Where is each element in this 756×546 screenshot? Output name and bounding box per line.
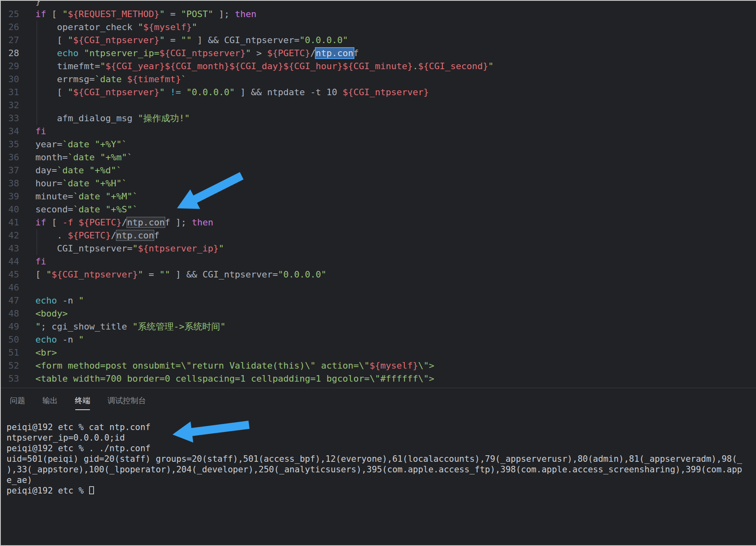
code-line[interactable]: 53<table width=700 border=0 cellspacing=… xyxy=(1,372,756,385)
line-number: 40 xyxy=(1,203,19,216)
code-line[interactable]: 46 xyxy=(1,281,756,294)
code-line[interactable]: 42 . ${PGETC}/ntp.conf xyxy=(1,229,756,242)
code-token: " xyxy=(246,48,251,58)
code-line[interactable]: 43 CGI_ntpserver="${ntpserver_ip}" xyxy=(1,242,756,255)
code-token: ${PGETC} xyxy=(79,217,122,227)
code-token: if xyxy=(35,217,46,227)
code-line[interactable]: 30 errmsg=`date ${timefmt}` xyxy=(1,73,756,86)
tab-problems[interactable]: 问题 xyxy=(10,388,25,413)
tab-terminal[interactable]: 终端 xyxy=(75,388,90,413)
code-token: "" xyxy=(160,269,170,280)
code-token: \"> xyxy=(418,360,434,371)
code-token: ${timefmt} xyxy=(127,74,181,84)
code-token: CGI_ntpserver= xyxy=(35,243,132,253)
code-token: " xyxy=(160,9,165,19)
code-text: timefmt="${CGI_year}${CGI_month}${CGI_da… xyxy=(19,60,494,73)
line-number: 41 xyxy=(1,216,19,229)
code-line[interactable]: 39minute=`date "+%M"` xyxy=(1,190,756,203)
code-line[interactable]: 27 [ "${CGI_ntpserver}" = "" ] && CGI_nt… xyxy=(1,34,756,47)
terminal-prompt-line[interactable]: peiqi@192 etc % xyxy=(7,485,756,496)
code-text: fi xyxy=(19,125,46,138)
code-token xyxy=(165,87,170,97)
line-number: 28 xyxy=(1,47,19,60)
code-text: . ${PGETC}/ntp.conf xyxy=(19,229,160,242)
line-number: 49 xyxy=(1,320,19,333)
code-token: "系统管理->系统时间" xyxy=(132,321,225,332)
code-line[interactable]: 31 [ "${CGI_ntpserver}" != "0.0.0.0" ] &… xyxy=(1,86,756,99)
code-line[interactable]: 25if [ "${REQUEST_METHOD}" = "POST" ]; t… xyxy=(1,8,756,21)
code-line-partial[interactable]: } xyxy=(1,1,756,8)
code-token: != xyxy=(170,87,181,97)
code-token: ${CGI_day} xyxy=(229,61,283,71)
code-token: <body> xyxy=(35,308,68,319)
code-line[interactable]: 45[ "${CGI_ntpserver}" = "" ] && CGI_ntp… xyxy=(1,268,756,281)
code-line[interactable]: 49"; cgi_show_title "系统管理->系统时间" xyxy=(1,320,756,333)
line-number: 32 xyxy=(1,99,19,112)
code-text xyxy=(19,99,35,112)
code-token: ${CGI_minute} xyxy=(343,61,413,71)
code-line[interactable]: 37day=`date "+%d"` xyxy=(1,164,756,177)
code-line[interactable]: 29 timefmt="${CGI_year}${CGI_month}${CGI… xyxy=(1,60,756,73)
code-token: "POST" xyxy=(181,9,213,19)
code-text: if [ -f ${PGETC}/ntp.conf ]; then xyxy=(19,216,213,229)
code-token: ${CGI_hour} xyxy=(283,61,343,71)
code-line[interactable]: 34fi xyxy=(1,125,756,138)
tab-debug-console[interactable]: 调试控制台 xyxy=(107,388,146,413)
code-line[interactable]: 41if [ -f ${PGETC}/ntp.conf ]; then xyxy=(1,216,756,229)
line-number: 30 xyxy=(1,73,19,86)
code-line[interactable]: 36month=`date "+%m"` xyxy=(1,151,756,164)
code-token: `date "+%Y"` xyxy=(62,139,127,149)
code-token: "ntpserver_ip= xyxy=(84,48,159,58)
tab-output-label: 输出 xyxy=(42,395,58,406)
code-token: then xyxy=(192,217,213,227)
code-line[interactable]: 52<form method=post onsubmit=\"return Va… xyxy=(1,359,756,372)
code-token: ${ntpserver_ip} xyxy=(138,243,219,253)
code-token: ]; xyxy=(213,9,235,19)
code-token: -n xyxy=(57,295,79,306)
code-token: fi xyxy=(35,126,46,136)
code-token: ${CGI_ntpserver} xyxy=(73,87,160,97)
code-token: hour= xyxy=(35,178,62,188)
code-token xyxy=(79,48,84,58)
code-text: month=`date "+%m"` xyxy=(19,151,132,164)
code-line[interactable]: 51<br> xyxy=(1,346,756,359)
line-number: 33 xyxy=(1,112,19,125)
code-token: ${myself} xyxy=(143,22,192,32)
code-line[interactable]: 50echo -n " xyxy=(1,333,756,346)
code-line[interactable]: 32 xyxy=(1,99,756,112)
terminal-panel[interactable]: peiqi@192 etc % cat ntp.confntpserver_ip… xyxy=(7,422,756,496)
code-line[interactable]: 26 operator_check "${myself}" xyxy=(1,21,756,34)
code-token: ${CGI_month} xyxy=(165,61,229,71)
line-number: 34 xyxy=(1,125,19,138)
terminal-line: ),33(_appstore),100(_lpoperator),204(_de… xyxy=(7,464,756,475)
code-token: " xyxy=(79,334,84,345)
code-token: > xyxy=(251,48,267,58)
code-token: [ xyxy=(46,9,63,19)
code-token: " xyxy=(68,87,73,97)
code-text: year=`date "+%Y"` xyxy=(19,138,127,151)
code-line[interactable]: 48<body> xyxy=(1,307,756,320)
code-line[interactable]: 44fi xyxy=(1,255,756,268)
code-line[interactable]: 35year=`date "+%Y"` xyxy=(1,138,756,151)
panel-tab-bar: 问题 输出 终端 调试控制台 xyxy=(1,388,756,413)
code-line[interactable]: 33 afm_dialog_msg "操作成功!" xyxy=(1,112,756,125)
code-line[interactable]: 40second=`date "+%S"` xyxy=(1,203,756,216)
tab-output[interactable]: 输出 xyxy=(42,388,58,413)
code-line[interactable]: 47echo -n " xyxy=(1,294,756,307)
tab-problems-label: 问题 xyxy=(10,395,25,406)
code-token: -n xyxy=(57,334,79,345)
code-token: f xyxy=(154,230,159,240)
line-number: 39 xyxy=(1,190,19,203)
code-line[interactable]: 38hour=`date "+%H"` xyxy=(1,177,756,190)
code-token: <table width=700 border=0 cellspacing=1 … xyxy=(35,373,434,384)
line-number: 48 xyxy=(1,307,19,320)
code-text: "; cgi_show_title "系统管理->系统时间" xyxy=(19,320,225,333)
code-text: [ "${CGI_ntpserver}" != "0.0.0.0" ] && n… xyxy=(19,86,429,99)
code-token: `date "+%M"` xyxy=(73,191,138,201)
code-editor[interactable]: }25if [ "${REQUEST_METHOD}" = "POST" ]; … xyxy=(1,1,756,388)
code-token: day= xyxy=(35,165,57,175)
terminal-cursor xyxy=(89,486,94,494)
code-text: CGI_ntpserver="${ntpserver_ip}" xyxy=(19,242,224,255)
code-line[interactable]: 28 echo "ntpserver_ip=${CGI_ntpserver}" … xyxy=(1,47,756,60)
line-number: 25 xyxy=(1,8,19,21)
